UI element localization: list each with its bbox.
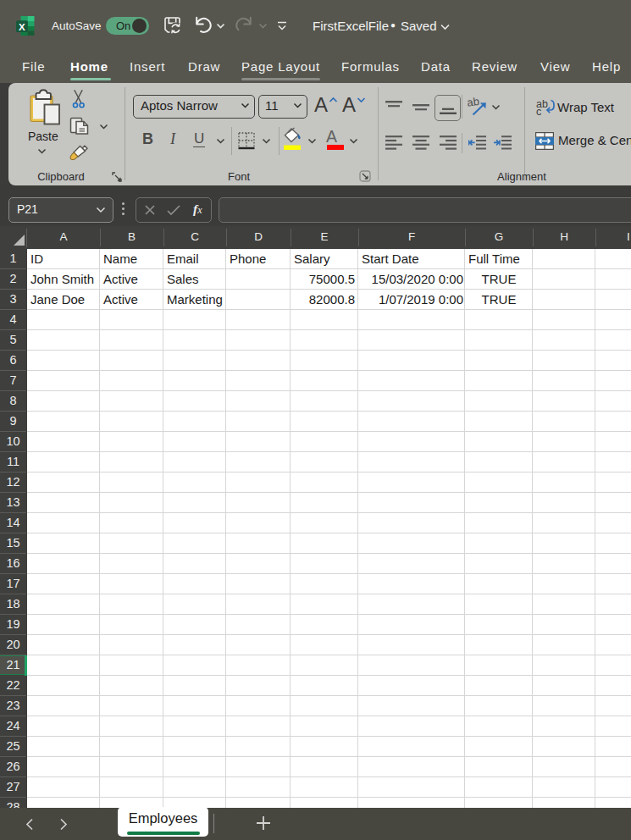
- svg-text:ab: ab: [468, 97, 480, 109]
- svg-text:c: c: [536, 106, 541, 117]
- svg-text:X: X: [19, 22, 25, 32]
